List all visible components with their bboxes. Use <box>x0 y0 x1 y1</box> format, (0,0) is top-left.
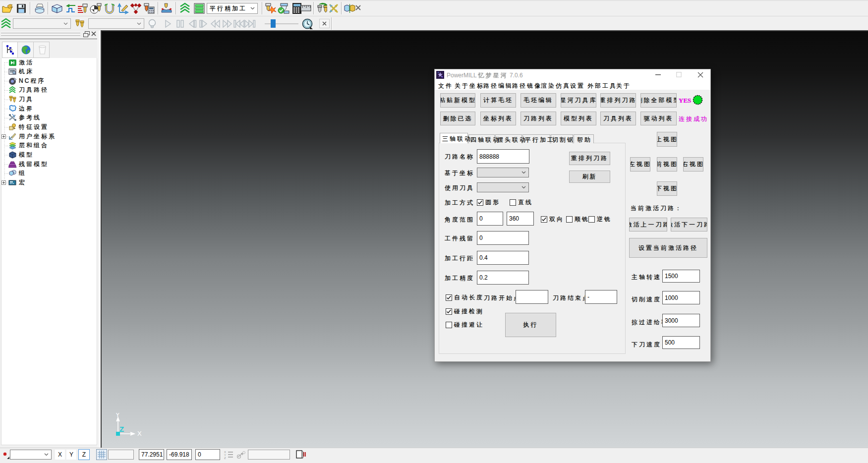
svg-text:Y: Y <box>116 413 120 418</box>
svg-text:Z: Z <box>119 425 124 433</box>
svg-text:Z: Z <box>224 457 226 459</box>
svg-text:X: X <box>137 430 142 437</box>
